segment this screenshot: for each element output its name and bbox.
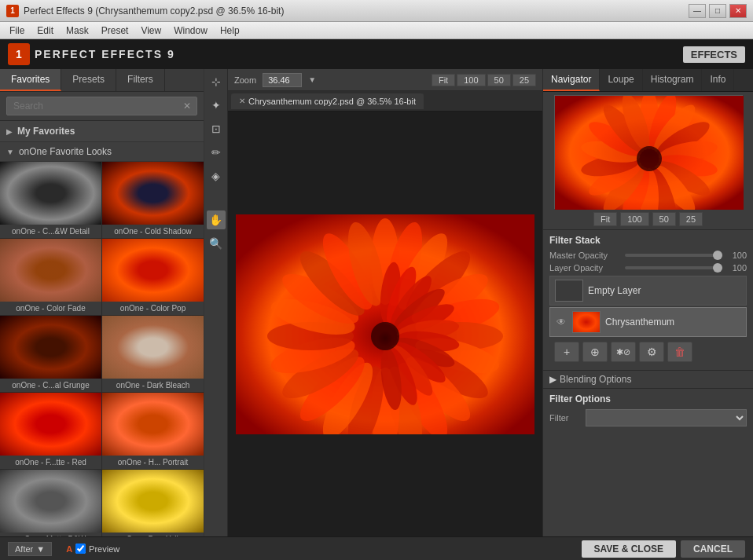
chrysanthemum-layer-name: Chrysanthemum [605, 317, 674, 328]
mask-layer-button[interactable]: ✱⊘ [611, 342, 636, 362]
layer-item-chrysanthemum[interactable]: 👁 Chrysanthemum [549, 307, 747, 337]
view-dropdown[interactable]: After ▼ [8, 542, 52, 556]
canvas-image [236, 214, 534, 434]
nav-fit-button[interactable]: Fit [593, 212, 617, 226]
my-favorites-header[interactable]: ▶ My Favorites [0, 121, 204, 142]
preview-toggle[interactable]: A Preview [66, 544, 119, 554]
canvas-tab-title: Chrysanthemum copy2.psd @ 36.5% 16-bit [248, 97, 416, 106]
blending-options-label: Blending Options [560, 374, 631, 385]
master-opacity-thumb[interactable] [713, 251, 722, 260]
paint-tool-button[interactable]: ✏ [207, 143, 226, 162]
list-item[interactable]: onOne - C...al Grunge [0, 316, 101, 392]
layer-opacity-row: Layer Opacity 100 [549, 263, 747, 273]
maximize-button[interactable]: □ [709, 4, 726, 18]
cancel-button[interactable]: CANCEL [681, 540, 745, 558]
tab-navigator[interactable]: Navigator [543, 69, 600, 91]
tab-filters[interactable]: Filters [116, 69, 165, 91]
tab-histogram[interactable]: Histogram [643, 69, 703, 91]
list-item[interactable]: onOne - Matte B&W [0, 470, 101, 536]
list-item[interactable]: onOne - Cold Shadow [102, 162, 204, 238]
master-opacity-label: Master Opacity [549, 251, 620, 260]
nav-preview-svg [555, 96, 744, 210]
nav-100-button[interactable]: 100 [620, 212, 648, 226]
layer-visibility-icon[interactable]: 👁 [555, 316, 568, 328]
navigator-preview [554, 95, 743, 209]
menu-help[interactable]: Help [214, 24, 246, 38]
master-opacity-slider[interactable] [625, 254, 722, 257]
canvas-tab-chrysanthemum[interactable]: ✕ Chrysanthemum copy2.psd @ 36.5% 16-bit [231, 93, 424, 109]
zoom-dropdown-icon[interactable]: ▼ [308, 75, 316, 84]
onone-looks-header[interactable]: ▼ onOne Favorite Looks [0, 142, 204, 162]
zoom-100-button[interactable]: 100 [457, 74, 485, 86]
right-panel-tabs: Navigator Loupe Histogram Info [543, 69, 753, 92]
list-item[interactable]: onOne - H... Portrait [102, 393, 204, 469]
app-icon: 1 [6, 5, 19, 17]
app-logo: 1 PERFECT EFFECTS 9 [8, 43, 175, 65]
layer-opacity-thumb[interactable] [713, 263, 722, 273]
add-layer-button[interactable]: + [554, 342, 579, 362]
list-item[interactable]: onOne - P... - Yellow [102, 470, 204, 536]
list-item[interactable]: onOne - C...&W Detail [0, 162, 101, 238]
fit-button[interactable]: Fit [432, 74, 455, 86]
tab-loupe[interactable]: Loupe [600, 69, 642, 91]
preset-label: onOne - Cold Shadow [102, 225, 204, 238]
search-clear-icon[interactable]: ✕ [183, 101, 191, 112]
preset-label: onOne - C...&W Detail [0, 225, 101, 238]
navigator-zoom-buttons: Fit 100 50 25 [546, 212, 750, 226]
zoom-tool-button[interactable]: 🔍 [207, 234, 226, 253]
filter-select-label: Filter [549, 413, 581, 423]
delete-layer-button[interactable]: 🗑 [667, 342, 692, 362]
hand-tool-button[interactable]: ✋ [207, 210, 226, 229]
search-input[interactable] [6, 97, 197, 115]
menu-file[interactable]: File [3, 24, 31, 38]
layer-opacity-slider[interactable] [625, 266, 722, 269]
menu-preset[interactable]: Preset [95, 24, 135, 38]
list-item[interactable]: onOne - Dark Bleach [102, 316, 204, 392]
tab-info[interactable]: Info [702, 69, 734, 91]
preset-label: onOne - Color Fade [0, 302, 101, 315]
nav-50-button[interactable]: 50 [652, 212, 676, 226]
layer-item-empty[interactable]: Empty Layer [549, 276, 747, 306]
tab-presets[interactable]: Presets [61, 69, 116, 91]
tab-favorites[interactable]: Favorites [0, 69, 61, 91]
settings-layer-button[interactable]: ⚙ [639, 342, 664, 362]
zoom-25-button[interactable]: 25 [512, 74, 536, 86]
chrysanthemum-svg [236, 214, 534, 434]
menu-window[interactable]: Window [167, 24, 214, 38]
preset-thumbnail [0, 470, 101, 533]
menu-edit[interactable]: Edit [31, 24, 60, 38]
move-tool-button[interactable]: ⊹ [207, 72, 226, 91]
center-area: Zoom 36.46 ▼ Fit 100 50 25 ✕ Chrysanthem… [228, 69, 542, 536]
nav-25-button[interactable]: 25 [679, 212, 703, 226]
preset-label: onOne - F...tte - Red [0, 456, 101, 469]
search-container: ✕ [0, 92, 204, 121]
list-item[interactable]: onOne - Color Fade [0, 239, 101, 315]
eyedropper-tool-button[interactable]: ✦ [207, 96, 226, 115]
minimize-button[interactable]: — [689, 4, 706, 18]
zoom-value: 36.46 [263, 73, 302, 87]
bottom-bar: After ▼ A Preview SAVE & CLOSE CANCEL [0, 536, 753, 560]
window-controls: — □ ✕ [689, 4, 747, 18]
duplicate-layer-button[interactable]: ⊕ [582, 342, 608, 362]
canvas-container[interactable] [228, 112, 542, 536]
zoom-50-button[interactable]: 50 [487, 74, 511, 86]
list-item[interactable]: onOne - F...tte - Red [0, 393, 101, 469]
preview-checkbox[interactable] [75, 544, 86, 554]
tab-close-icon[interactable]: ✕ [239, 97, 245, 105]
save-close-button[interactable]: SAVE & CLOSE [582, 540, 676, 558]
filter-select[interactable] [586, 409, 747, 426]
blending-options-header[interactable]: ▶ Blending Options [543, 370, 753, 388]
preset-label: onOne - H... Portrait [102, 456, 204, 469]
menu-view[interactable]: View [134, 24, 167, 38]
view-dropdown-icon: ▼ [36, 544, 45, 554]
bottom-actions: SAVE & CLOSE CANCEL [582, 540, 745, 558]
gradient-tool-button[interactable]: ◈ [207, 167, 226, 185]
preset-thumbnail [102, 316, 204, 379]
crop-tool-button[interactable]: ⊡ [207, 119, 226, 138]
close-button[interactable]: ✕ [729, 4, 747, 18]
menu-mask[interactable]: Mask [60, 24, 95, 38]
canvas-tabs: ✕ Chrysanthemum copy2.psd @ 36.5% 16-bit [228, 91, 542, 112]
list-item[interactable]: onOne - Color Pop [102, 239, 204, 315]
preset-label: onOne - P... - Yellow [102, 533, 204, 536]
onone-looks-label: onOne Favorite Looks [19, 146, 112, 157]
